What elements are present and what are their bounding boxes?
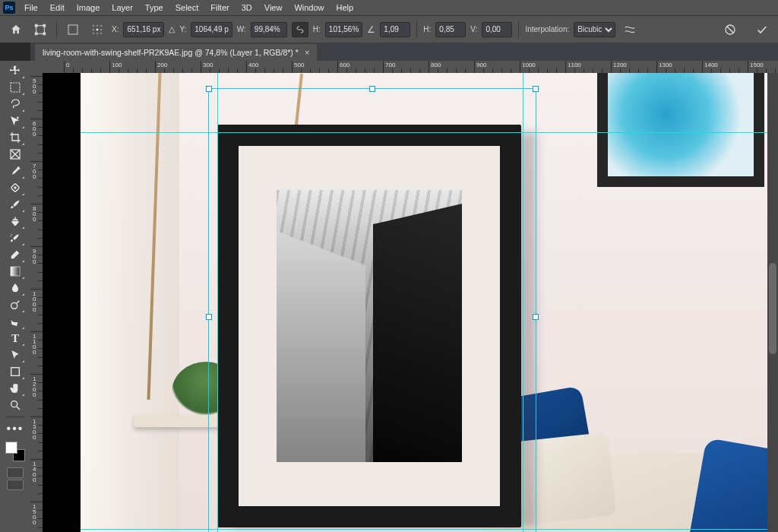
tool-type[interactable]: T	[5, 330, 25, 347]
menu-window[interactable]: Window	[288, 1, 330, 14]
ruler-tick: 1200	[611, 61, 612, 73]
screen-mode-icon[interactable]	[7, 480, 24, 490]
svg-point-9	[93, 28, 95, 30]
transform-tool-icon[interactable]	[30, 20, 50, 40]
vertical-scrollbar[interactable]	[767, 73, 778, 532]
tool-quick-select[interactable]	[5, 112, 25, 129]
svg-rect-25	[11, 368, 20, 376]
svg-rect-4	[43, 33, 46, 35]
document-canvas[interactable]	[81, 73, 778, 532]
menu-image[interactable]: Image	[71, 1, 106, 14]
reference-grid-icon[interactable]	[87, 20, 107, 40]
warp-mode-icon[interactable]	[620, 20, 640, 40]
skew-v-label: V:	[470, 25, 477, 33]
color-swatches[interactable]	[5, 442, 25, 461]
tool-brush[interactable]	[5, 196, 25, 213]
tool-zoom[interactable]	[5, 397, 25, 413]
y-input[interactable]: 1064,49 p	[191, 22, 232, 37]
tool-hand[interactable]	[5, 380, 25, 397]
transform-handle[interactable]	[533, 86, 539, 92]
interpolation-label: Interpolation:	[525, 25, 569, 33]
ruler-tick: 1300	[30, 416, 43, 417]
ruler-tick: 1000	[30, 289, 43, 290]
ruler-tick: 200	[155, 61, 156, 73]
svg-line-27	[17, 407, 20, 410]
svg-point-14	[100, 32, 103, 34]
transform-handle[interactable]	[369, 86, 375, 92]
ruler-tick: 500	[292, 61, 293, 73]
aspect-lock-icon[interactable]	[292, 22, 308, 37]
tool-dodge[interactable]	[5, 296, 25, 313]
ruler-tick: 1400	[702, 61, 703, 73]
menu-3d[interactable]: 3D	[236, 1, 258, 14]
reference-point-icon[interactable]	[63, 20, 83, 40]
menu-help[interactable]: Help	[330, 1, 360, 14]
tool-eraser[interactable]	[5, 246, 25, 263]
free-transform-box[interactable]	[208, 88, 536, 532]
svg-rect-17	[11, 83, 20, 92]
tool-healing[interactable]	[5, 179, 25, 196]
menu-bar: Ps File Edit Image Layer Type Select Fil…	[0, 0, 778, 15]
tool-history-brush[interactable]	[5, 230, 25, 246]
app-logo-icon: Ps	[3, 2, 15, 14]
skew-h-input[interactable]: 0,85	[435, 22, 466, 37]
transform-handle[interactable]	[206, 314, 212, 320]
tool-pen[interactable]	[5, 313, 25, 330]
tool-path-select[interactable]	[5, 347, 25, 363]
x-input[interactable]: 651,16 px	[123, 22, 164, 37]
ruler-tick: 900	[474, 61, 475, 73]
commit-transform-icon[interactable]	[752, 20, 772, 40]
quick-mask-icon[interactable]	[7, 467, 24, 478]
ruler-tick: 300	[201, 61, 201, 73]
interpolation-select[interactable]: Bicubic	[574, 22, 615, 37]
ruler-tick: 900	[30, 246, 43, 247]
tool-edit-toolbar[interactable]: •••	[5, 420, 25, 437]
w-label: W:	[237, 25, 246, 33]
cancel-transform-icon[interactable]	[720, 20, 740, 40]
ruler-tick: 600	[30, 119, 43, 119]
transform-handle[interactable]	[533, 314, 539, 320]
scrollbar-thumb[interactable]	[769, 263, 776, 354]
angle-input[interactable]: 1,09	[380, 22, 410, 37]
options-bar: X: 651,16 px △ Y: 1064,49 p W: 99,84% H:…	[0, 15, 778, 43]
tool-blur[interactable]	[5, 280, 25, 296]
tool-gradient[interactable]	[5, 263, 25, 280]
x-label: X:	[112, 25, 119, 33]
tool-marquee[interactable]	[5, 79, 25, 96]
ruler-tick: 1500	[30, 502, 43, 502]
work-area: T ••• 0100200300400500600700800900100011…	[0, 61, 778, 532]
menu-edit[interactable]: Edit	[44, 1, 71, 14]
ruler-tick: 1000	[520, 61, 520, 73]
tool-lasso[interactable]	[5, 96, 25, 112]
tool-frame[interactable]	[5, 146, 25, 163]
vertical-ruler[interactable]: 500600700800900100011001200130014001500	[30, 73, 43, 532]
tool-shape[interactable]	[5, 363, 25, 380]
h-input[interactable]: 101,56%	[325, 22, 362, 37]
canvas-viewport[interactable]	[43, 73, 778, 532]
y-label: Y:	[179, 25, 186, 33]
menu-layer[interactable]: Layer	[106, 1, 139, 14]
close-tab-icon[interactable]: ×	[305, 48, 309, 57]
svg-rect-2	[43, 24, 46, 27]
tool-eyedropper[interactable]	[5, 163, 25, 179]
transform-handle[interactable]	[206, 86, 212, 92]
home-icon[interactable]	[6, 20, 26, 40]
tool-divider	[5, 416, 25, 417]
menu-filter[interactable]: Filter	[204, 1, 235, 14]
menu-file[interactable]: File	[18, 1, 44, 14]
menu-type[interactable]: Type	[139, 1, 169, 14]
skew-v-input[interactable]: 0,00	[482, 22, 512, 37]
ruler-tick: 800	[429, 61, 429, 73]
tool-clone[interactable]	[5, 213, 25, 230]
delta-icon[interactable]: △	[169, 24, 175, 34]
svg-rect-23	[11, 267, 20, 276]
w-input[interactable]: 99,84%	[251, 22, 287, 37]
menu-view[interactable]: View	[258, 1, 289, 14]
tool-crop[interactable]	[5, 129, 25, 146]
menu-select[interactable]: Select	[169, 1, 205, 14]
horizontal-ruler[interactable]: 0100200300400500600700800900100011001200…	[43, 61, 778, 73]
toolbar-header	[0, 43, 30, 61]
foreground-color-swatch[interactable]	[5, 442, 17, 454]
tool-move[interactable]	[5, 62, 25, 79]
document-tab[interactable]: living-room-with-swing-shelf-PR2K9AE.jpg…	[35, 44, 317, 61]
